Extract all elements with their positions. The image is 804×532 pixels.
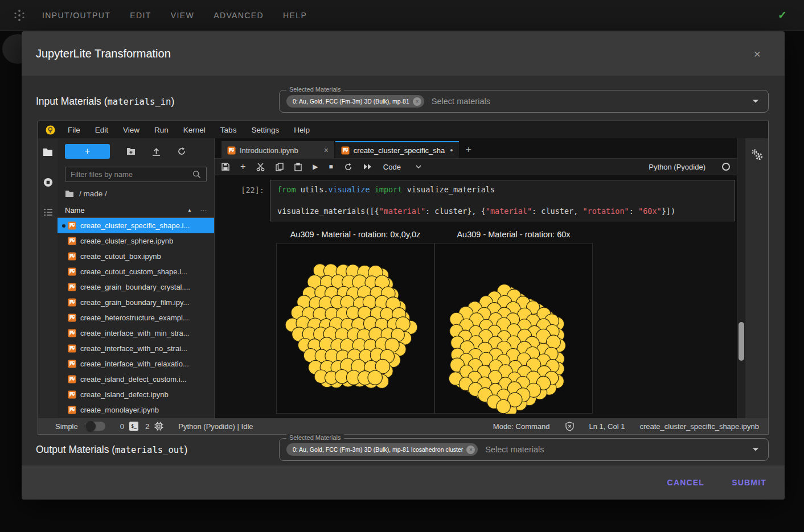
cluster-visualization [276, 243, 593, 414]
new-launcher-button[interactable]: + [65, 144, 110, 159]
file-browser-toolbar: + [58, 144, 214, 159]
search-icon [192, 170, 201, 179]
upload-icon[interactable] [152, 147, 161, 156]
file-item[interactable]: create_interface_with_min_stra... [58, 325, 214, 341]
file-item[interactable]: create_grain_boundary_film.ipy... [58, 295, 214, 310]
notebook-tab-bar: Introduction.ipynb × create_cluster_spec… [215, 138, 737, 159]
notebook-scrollbar[interactable] [737, 138, 745, 418]
paste-cell-icon[interactable] [294, 163, 302, 171]
dialog-right-gutter [745, 138, 768, 418]
cancel-button[interactable]: CANCEL [667, 478, 705, 487]
jupyter-menu-edit[interactable]: Edit [88, 126, 116, 134]
running-sessions-icon[interactable] [43, 178, 53, 187]
submit-button[interactable]: SUBMIT [732, 478, 766, 487]
new-folder-icon[interactable] [126, 147, 136, 155]
trust-shield-icon[interactable] [565, 422, 575, 431]
chevron-down-icon [416, 165, 421, 168]
settings-gears-icon[interactable] [749, 147, 764, 164]
appbar-menu-view[interactable]: VIEW [171, 11, 194, 20]
jupyter-menu-file[interactable]: File [60, 126, 88, 134]
file-item[interactable]: create_cutout_custom_shape.i... [58, 264, 214, 279]
filter-placeholder: Filter files by name [71, 170, 133, 179]
page-background: INPUT/OUTPUTEDITVIEWADVANCEDHELP ✓ ⋮ Jup… [0, 0, 804, 532]
breadcrumb[interactable]: / made / [65, 189, 207, 198]
new-tab-button[interactable]: + [460, 141, 477, 158]
refresh-icon[interactable] [177, 147, 186, 156]
table-of-contents-icon[interactable] [43, 208, 53, 216]
scrollbar-thumb[interactable] [739, 322, 744, 361]
notebook-file-icon [68, 344, 76, 353]
tab-introduction[interactable]: Introduction.ipynb × [221, 141, 334, 158]
tab-create-cluster-specific-shape[interactable]: create_cluster_specific_sha ● [335, 141, 459, 158]
terminal-icon[interactable]: $_ [129, 422, 138, 431]
restart-kernel-icon[interactable] [344, 163, 352, 171]
kernels-count[interactable]: 2 [145, 422, 149, 431]
select-legend: Selected Materials [286, 434, 344, 441]
file-item[interactable]: create_cutout_box.ipynb [58, 249, 214, 264]
appbar-menu-advanced[interactable]: ADVANCED [214, 11, 264, 20]
file-item[interactable]: create_interface_with_no_strai... [58, 341, 214, 356]
execution-count: [22]: [215, 180, 270, 221]
file-list-more-icon[interactable]: ⋯ [200, 207, 207, 215]
jupyter-menu-run[interactable]: Run [147, 126, 176, 134]
file-item[interactable]: create_monolayer.ipynb [58, 402, 214, 418]
toggle-knob [85, 421, 96, 431]
chevron-down-icon[interactable] [752, 447, 759, 452]
save-icon[interactable] [221, 163, 229, 171]
filter-files-input[interactable]: Filter files by name [65, 167, 207, 182]
stop-kernel-icon[interactable]: ■ [329, 163, 333, 170]
material-chip[interactable]: 0: Au, Gold, FCC (Fm-3m) 3D (Bulk), mp-8… [286, 443, 478, 456]
jupyter-menu-bar: FileEditViewRunKernelTabsSettingsHelp [38, 121, 768, 138]
kernel-sessions-icon[interactable] [154, 422, 163, 431]
jupyter-menu-settings[interactable]: Settings [244, 126, 286, 134]
file-browser-icon[interactable] [43, 148, 53, 156]
restart-run-all-icon[interactable] [363, 163, 372, 170]
jupyter-menu-help[interactable]: Help [286, 126, 317, 134]
terminals-count[interactable]: 0 [120, 422, 124, 431]
notebook-file-icon [341, 146, 350, 155]
file-item[interactable]: create_cluster_specific_shape.i... [58, 218, 214, 233]
appbar-menu-help[interactable]: HELP [283, 11, 307, 20]
file-item[interactable]: create_interface_with_relaxatio... [58, 356, 214, 372]
file-item[interactable]: create_cluster_sphere.ipynb [58, 233, 214, 249]
appbar-menu-edit[interactable]: EDIT [130, 11, 151, 20]
file-item[interactable]: create_island_defect.ipynb [58, 387, 214, 402]
dialog-title: JupyterLite Transformation [36, 47, 171, 60]
kernel-status[interactable]: Python (Pyodide) | Idle [178, 422, 253, 431]
file-item[interactable]: create_island_defect_custom.i... [58, 372, 214, 387]
cell-type-dropdown[interactable]: Code [383, 163, 421, 171]
input-materials-select[interactable]: Selected Materials 0: Au, Gold, FCC (Fm-… [279, 90, 769, 113]
add-cell-icon[interactable]: + [240, 162, 245, 171]
cut-cell-icon[interactable] [256, 163, 265, 171]
output-materials-select[interactable]: Selected Materials 0: Au, Gold, FCC (Fm-… [279, 438, 769, 461]
file-list-header[interactable]: Name ▲ ⋯ [58, 203, 214, 218]
kernel-name[interactable]: Python (Pyodide) [649, 163, 705, 171]
kernel-status-icon[interactable] [722, 163, 730, 171]
name-column-header: Name [65, 206, 85, 215]
chevron-down-icon[interactable] [752, 99, 759, 104]
mode-indicator[interactable]: Mode: Command [493, 422, 550, 431]
jupyter-menu-tabs[interactable]: Tabs [213, 126, 244, 134]
folder-icon [65, 190, 74, 197]
jupyter-menu-view[interactable]: View [116, 126, 147, 134]
file-name: create_cluster_specific_shape.i... [80, 221, 190, 230]
cursor-position[interactable]: Ln 1, Col 1 [589, 422, 625, 431]
file-browser-panel: + [58, 138, 215, 418]
simple-mode-toggle[interactable] [85, 422, 105, 431]
jupyter-left-sidebar [38, 138, 58, 418]
copy-cell-icon[interactable] [276, 163, 284, 171]
chip-remove-icon[interactable]: × [466, 446, 475, 454]
run-cell-icon[interactable]: ▶ [313, 163, 318, 170]
material-chip[interactable]: 0: Au, Gold, FCC (Fm-3m) 3D (Bulk), mp-8… [286, 95, 424, 108]
file-item[interactable]: create_heterostructure_exampl... [58, 310, 214, 325]
chip-remove-icon[interactable]: × [413, 97, 421, 106]
jupyter-menu-kernel[interactable]: Kernel [176, 126, 213, 134]
notebook-file-icon [68, 360, 76, 368]
code-editor[interactable]: from utils.visualize import visualize_ma… [270, 180, 735, 221]
tab-close-icon[interactable]: × [324, 146, 329, 155]
output-materials-row: Output Materials (materials_out) Selecte… [36, 438, 769, 461]
close-icon[interactable]: × [754, 48, 761, 60]
appbar-menu-input-output[interactable]: INPUT/OUTPUT [42, 11, 110, 20]
notebook-file-icon [68, 314, 76, 322]
file-item[interactable]: create_grain_boundary_crystal.... [58, 279, 214, 295]
